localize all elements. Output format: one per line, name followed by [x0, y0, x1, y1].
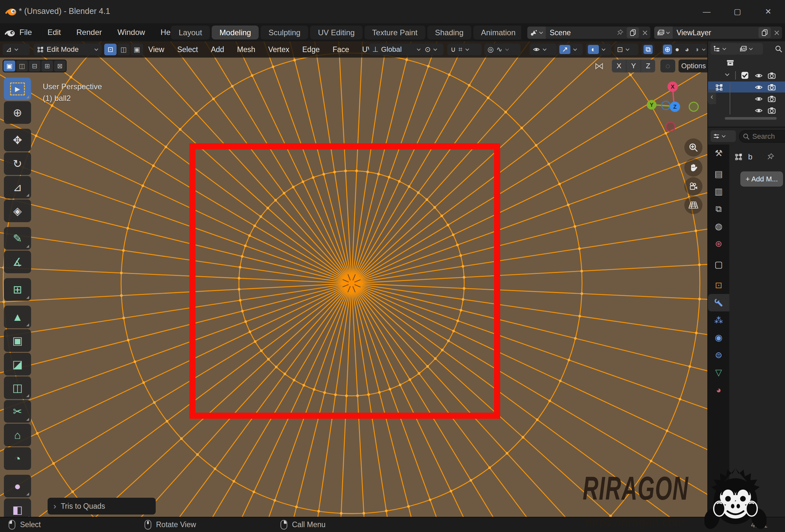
show-overlays-dropdown[interactable]: ◐ — [586, 44, 611, 55]
viewport-menu-select[interactable]: Select — [177, 45, 198, 54]
tool-move[interactable]: ✥ — [4, 129, 31, 151]
transform-orientation-dropdown[interactable]: ⊥ Global — [369, 44, 424, 55]
hide-eye-icon[interactable] — [755, 84, 763, 90]
viewlayer-name[interactable]: ViewLayer — [673, 28, 758, 37]
properties-tab-world[interactable]: ⊛ — [708, 235, 729, 252]
close-button[interactable]: ✕ — [757, 4, 780, 19]
scene-icon[interactable] — [527, 27, 546, 39]
viewlayer-icon[interactable] — [654, 27, 673, 39]
properties-search-field[interactable]: Search — [739, 130, 785, 143]
snap-dropdown[interactable]: ∪ ⌗ — [447, 44, 482, 55]
axis-neg-y-handle[interactable] — [689, 102, 698, 111]
hide-eye-icon[interactable] — [755, 108, 763, 113]
object-row[interactable] — [708, 105, 785, 116]
new-scene-icon[interactable] — [627, 27, 639, 38]
menu-edit[interactable]: Edit — [48, 28, 61, 37]
disable-render-camera-icon[interactable] — [767, 83, 776, 91]
tool-knife[interactable]: ✂ — [4, 400, 31, 423]
blender-app-menu-icon[interactable] — [4, 27, 16, 38]
edge-select-mode-button[interactable]: ◫ — [118, 44, 130, 55]
select-variant-subtract[interactable]: ⊟ — [29, 60, 41, 72]
outliner-filter-dropdown[interactable] — [737, 43, 763, 55]
tool-scale[interactable]: ⊿ — [4, 176, 31, 198]
region-collapse-arrow[interactable]: ‹ — [708, 89, 716, 104]
properties-tab-tool[interactable]: ⚒ — [708, 144, 729, 162]
snap-magnet-icon[interactable]: ∪ — [451, 46, 456, 53]
new-viewlayer-icon[interactable] — [758, 27, 771, 38]
properties-tab-render[interactable]: ▤ — [708, 165, 729, 183]
show-gizmo-dropdown[interactable]: ↗ — [557, 44, 583, 55]
properties-tab-constraints[interactable]: ⊜ — [708, 346, 729, 364]
remove-viewlayer-icon[interactable] — [771, 27, 782, 39]
viewport-menu-edge[interactable]: Edge — [302, 45, 320, 54]
mirror-y-button[interactable]: Y — [626, 59, 641, 73]
properties-editor-type-button[interactable] — [711, 130, 736, 142]
pan-button[interactable] — [684, 158, 703, 177]
tool-cursor[interactable]: ⊕ — [4, 101, 31, 124]
editor-type-button[interactable]: ⊿ — [3, 44, 30, 55]
outliner-editor[interactable] — [708, 42, 785, 126]
toggle-xray-button[interactable]: ⧉ — [641, 44, 655, 55]
properties-tab-object-data[interactable]: ▽ — [708, 364, 729, 381]
tool-measure[interactable]: ∡ — [4, 250, 31, 273]
camera-view-button[interactable] — [684, 177, 703, 195]
editmode-overlays-dropdown[interactable]: ⊡ — [614, 44, 638, 55]
properties-tab-material[interactable]: ◕ — [708, 381, 729, 399]
disable-render-camera-icon[interactable] — [767, 106, 776, 114]
properties-tab-collection[interactable]: ▢ — [708, 256, 729, 273]
face-select-mode-button[interactable]: ▣ — [131, 44, 143, 55]
scene-collection-row[interactable] — [708, 58, 785, 69]
zoom-button[interactable] — [684, 138, 703, 157]
disable-render-camera-icon[interactable] — [767, 72, 776, 79]
workspace-tab-modeling[interactable]: Modeling — [212, 26, 259, 39]
viewport-menu-vertex[interactable]: Vertex — [268, 45, 289, 54]
add-modifier-button[interactable]: + Add M... — [740, 171, 783, 187]
minimize-button[interactable]: — — [695, 4, 718, 19]
tool-poly-build[interactable]: ⌂ — [4, 424, 31, 446]
properties-tab-object[interactable]: ⊡ — [708, 276, 729, 294]
axis-neg-x-handle[interactable] — [666, 122, 675, 131]
active-object-row[interactable] — [708, 81, 785, 92]
pin-scene-icon[interactable] — [614, 27, 626, 39]
expand-chevron[interactable]: › — [53, 501, 56, 511]
proportional-icon[interactable]: ◎ — [487, 46, 493, 53]
outliner-horizontal-scrollbar[interactable] — [725, 117, 777, 119]
collection-checkbox[interactable] — [741, 72, 749, 79]
gizmo-icon[interactable]: ↗ — [559, 45, 571, 54]
tool-loop-cut[interactable]: ◫ — [4, 376, 31, 399]
select-variant-intersect[interactable]: ⊠ — [54, 60, 66, 72]
viewport-menu-view[interactable]: View — [148, 45, 164, 54]
mirror-z-button[interactable]: Z — [641, 59, 655, 73]
pin-id-icon[interactable] — [766, 153, 774, 161]
properties-tab-modifiers[interactable] — [708, 294, 729, 312]
shading-wireframe-button[interactable]: ⊕ — [663, 45, 672, 54]
viewport-menu-face[interactable]: Face — [333, 45, 349, 54]
3d-viewport[interactable]: ⊿ Edit Mode ⊡◫▣ ViewSelectAddMeshVertexE… — [0, 42, 707, 517]
tool-options-dropdown[interactable]: Options — [679, 59, 707, 73]
workspace-tab-texture-paint[interactable]: Texture Paint — [364, 26, 425, 39]
orthographic-toggle-button[interactable] — [684, 196, 703, 214]
properties-tab-view-layer[interactable]: ⧉ — [708, 200, 729, 218]
scene-selector[interactable]: Scene — [527, 27, 650, 39]
workspace-tab-sculpting[interactable]: Sculpting — [260, 26, 308, 39]
object-row[interactable] — [708, 93, 785, 104]
tool-annotate[interactable]: ✎ — [4, 227, 31, 250]
viewport-menu-mesh[interactable]: Mesh — [237, 45, 255, 54]
tool-rotate[interactable]: ↻ — [4, 152, 31, 175]
workspace-tab-animation[interactable]: Animation — [473, 26, 521, 39]
tool-add-cube[interactable]: ⊞ — [4, 278, 31, 301]
collection-row[interactable] — [708, 70, 785, 81]
tool-edge-slide[interactable]: ◧ — [4, 498, 31, 517]
workspace-tab-uv-editing[interactable]: UV Editing — [310, 26, 362, 39]
properties-tab-output[interactable]: ▥ — [708, 183, 729, 200]
hide-eye-icon[interactable] — [755, 96, 763, 102]
overlays-icon[interactable]: ◐ — [588, 45, 599, 54]
pivot-point-dropdown[interactable]: ⊙ — [422, 44, 444, 55]
tool-smooth[interactable]: ● — [4, 475, 31, 497]
hide-eye-icon[interactable] — [755, 73, 763, 79]
maximize-button[interactable]: ▢ — [726, 4, 749, 19]
workspace-tab-layout[interactable]: Layout — [171, 26, 210, 39]
disable-render-camera-icon[interactable] — [767, 95, 776, 103]
snap-base-button[interactable]: ◌ — [660, 59, 675, 73]
navigation-gizmo[interactable]: X Y Z — [642, 78, 704, 139]
